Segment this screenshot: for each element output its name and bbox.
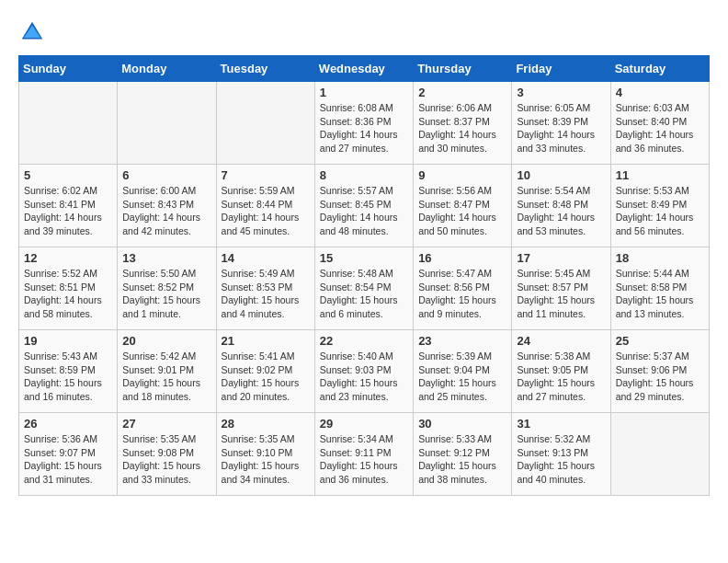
calendar-cell: 4Sunrise: 6:03 AM Sunset: 8:40 PM Daylig…	[610, 82, 709, 165]
calendar-cell	[216, 82, 314, 165]
day-number: 8	[320, 168, 408, 182]
calendar-cell: 24Sunrise: 5:38 AM Sunset: 9:05 PM Dayli…	[512, 330, 610, 413]
day-info: Sunrise: 6:05 AM Sunset: 8:39 PM Dayligh…	[517, 101, 605, 155]
day-number: 19	[24, 334, 112, 348]
calendar-cell: 18Sunrise: 5:44 AM Sunset: 8:58 PM Dayli…	[610, 247, 709, 330]
weekday-header-thursday: Thursday	[414, 56, 512, 82]
calendar-cell: 10Sunrise: 5:54 AM Sunset: 8:48 PM Dayli…	[512, 165, 610, 247]
day-number: 22	[320, 334, 408, 348]
day-info: Sunrise: 5:35 AM Sunset: 9:10 PM Dayligh…	[222, 432, 310, 487]
day-number: 16	[418, 251, 506, 265]
week-row-3: 12Sunrise: 5:52 AM Sunset: 8:51 PM Dayli…	[19, 247, 710, 330]
day-info: Sunrise: 5:59 AM Sunset: 8:44 PM Dayligh…	[222, 184, 310, 238]
calendar-cell: 25Sunrise: 5:37 AM Sunset: 9:06 PM Dayli…	[610, 330, 709, 413]
calendar-cell	[610, 413, 709, 496]
day-number: 5	[24, 168, 112, 182]
day-info: Sunrise: 6:06 AM Sunset: 8:37 PM Dayligh…	[418, 101, 506, 155]
day-info: Sunrise: 5:41 AM Sunset: 9:02 PM Dayligh…	[222, 350, 310, 404]
calendar-cell: 13Sunrise: 5:50 AM Sunset: 8:52 PM Dayli…	[118, 247, 216, 330]
day-info: Sunrise: 5:50 AM Sunset: 8:52 PM Dayligh…	[122, 267, 210, 321]
day-number: 24	[517, 334, 605, 348]
calendar-cell: 11Sunrise: 5:53 AM Sunset: 8:49 PM Dayli…	[610, 165, 709, 247]
day-number: 18	[616, 251, 704, 265]
day-info: Sunrise: 5:44 AM Sunset: 8:58 PM Dayligh…	[616, 267, 704, 321]
weekday-header-sunday: Sunday	[19, 56, 118, 82]
calendar-cell: 31Sunrise: 5:32 AM Sunset: 9:13 PM Dayli…	[512, 413, 610, 496]
calendar-cell: 2Sunrise: 6:06 AM Sunset: 8:37 PM Daylig…	[414, 82, 512, 165]
day-number: 9	[418, 168, 506, 182]
calendar-cell	[19, 82, 118, 165]
calendar-cell: 21Sunrise: 5:41 AM Sunset: 9:02 PM Dayli…	[216, 330, 314, 413]
day-number: 25	[616, 334, 704, 348]
calendar-cell: 5Sunrise: 6:02 AM Sunset: 8:41 PM Daylig…	[19, 165, 118, 247]
day-info: Sunrise: 5:56 AM Sunset: 8:47 PM Dayligh…	[418, 184, 506, 238]
day-info: Sunrise: 5:53 AM Sunset: 8:49 PM Dayligh…	[616, 184, 704, 238]
calendar-cell: 27Sunrise: 5:35 AM Sunset: 9:08 PM Dayli…	[118, 413, 216, 496]
weekday-header-saturday: Saturday	[610, 56, 709, 82]
calendar-cell: 30Sunrise: 5:33 AM Sunset: 9:12 PM Dayli…	[414, 413, 512, 496]
calendar-cell: 20Sunrise: 5:42 AM Sunset: 9:01 PM Dayli…	[118, 330, 216, 413]
day-number: 6	[122, 168, 210, 182]
day-number: 10	[517, 168, 605, 182]
day-info: Sunrise: 5:47 AM Sunset: 8:56 PM Dayligh…	[418, 267, 506, 321]
week-row-2: 5Sunrise: 6:02 AM Sunset: 8:41 PM Daylig…	[19, 165, 710, 247]
day-number: 15	[320, 251, 408, 265]
day-info: Sunrise: 6:02 AM Sunset: 8:41 PM Dayligh…	[24, 184, 112, 238]
day-number: 29	[320, 417, 408, 431]
day-info: Sunrise: 5:57 AM Sunset: 8:45 PM Dayligh…	[320, 184, 408, 238]
day-info: Sunrise: 5:49 AM Sunset: 8:53 PM Dayligh…	[222, 267, 310, 321]
calendar-cell: 22Sunrise: 5:40 AM Sunset: 9:03 PM Dayli…	[314, 330, 413, 413]
day-info: Sunrise: 5:43 AM Sunset: 8:59 PM Dayligh…	[24, 350, 112, 404]
day-number: 28	[222, 417, 310, 431]
day-number: 21	[222, 334, 310, 348]
calendar-cell: 6Sunrise: 6:00 AM Sunset: 8:43 PM Daylig…	[118, 165, 216, 247]
day-number: 26	[24, 417, 112, 431]
day-info: Sunrise: 5:32 AM Sunset: 9:13 PM Dayligh…	[517, 432, 605, 487]
calendar-cell: 7Sunrise: 5:59 AM Sunset: 8:44 PM Daylig…	[216, 165, 314, 247]
calendar-cell: 28Sunrise: 5:35 AM Sunset: 9:10 PM Dayli…	[216, 413, 314, 496]
day-number: 1	[320, 86, 408, 99]
calendar-cell: 1Sunrise: 6:08 AM Sunset: 8:36 PM Daylig…	[314, 82, 413, 165]
calendar-cell: 26Sunrise: 5:36 AM Sunset: 9:07 PM Dayli…	[19, 413, 118, 496]
calendar-header-row: SundayMondayTuesdayWednesdayThursdayFrid…	[19, 56, 710, 82]
day-number: 31	[517, 417, 605, 431]
day-number: 11	[616, 168, 704, 182]
day-info: Sunrise: 5:33 AM Sunset: 9:12 PM Dayligh…	[418, 432, 506, 487]
logo-icon	[18, 18, 46, 46]
day-info: Sunrise: 6:08 AM Sunset: 8:36 PM Dayligh…	[320, 101, 408, 155]
calendar-table: SundayMondayTuesdayWednesdayThursdayFrid…	[18, 55, 710, 496]
week-row-4: 19Sunrise: 5:43 AM Sunset: 8:59 PM Dayli…	[19, 330, 710, 413]
calendar-cell: 3Sunrise: 6:05 AM Sunset: 8:39 PM Daylig…	[512, 82, 610, 165]
day-info: Sunrise: 5:54 AM Sunset: 8:48 PM Dayligh…	[517, 184, 605, 238]
day-number: 17	[517, 251, 605, 265]
week-row-5: 26Sunrise: 5:36 AM Sunset: 9:07 PM Dayli…	[19, 413, 710, 496]
week-row-1: 1Sunrise: 6:08 AM Sunset: 8:36 PM Daylig…	[19, 82, 710, 165]
day-info: Sunrise: 6:00 AM Sunset: 8:43 PM Dayligh…	[122, 184, 210, 238]
calendar-cell	[118, 82, 216, 165]
logo	[18, 18, 50, 46]
calendar-cell: 8Sunrise: 5:57 AM Sunset: 8:45 PM Daylig…	[314, 165, 413, 247]
day-info: Sunrise: 5:36 AM Sunset: 9:07 PM Dayligh…	[24, 432, 112, 487]
weekday-header-wednesday: Wednesday	[314, 56, 413, 82]
calendar-cell: 19Sunrise: 5:43 AM Sunset: 8:59 PM Dayli…	[19, 330, 118, 413]
day-info: Sunrise: 5:42 AM Sunset: 9:01 PM Dayligh…	[122, 350, 210, 404]
page-header	[18, 18, 710, 46]
day-number: 2	[418, 86, 506, 99]
calendar-cell: 12Sunrise: 5:52 AM Sunset: 8:51 PM Dayli…	[19, 247, 118, 330]
weekday-header-friday: Friday	[512, 56, 610, 82]
calendar-cell: 29Sunrise: 5:34 AM Sunset: 9:11 PM Dayli…	[314, 413, 413, 496]
day-number: 3	[517, 86, 605, 99]
weekday-header-tuesday: Tuesday	[216, 56, 314, 82]
day-info: Sunrise: 5:34 AM Sunset: 9:11 PM Dayligh…	[320, 432, 408, 487]
calendar-cell: 23Sunrise: 5:39 AM Sunset: 9:04 PM Dayli…	[414, 330, 512, 413]
day-info: Sunrise: 5:37 AM Sunset: 9:06 PM Dayligh…	[616, 350, 704, 404]
day-number: 30	[418, 417, 506, 431]
calendar-cell: 17Sunrise: 5:45 AM Sunset: 8:57 PM Dayli…	[512, 247, 610, 330]
day-number: 27	[122, 417, 210, 431]
calendar-cell: 16Sunrise: 5:47 AM Sunset: 8:56 PM Dayli…	[414, 247, 512, 330]
calendar-cell: 14Sunrise: 5:49 AM Sunset: 8:53 PM Dayli…	[216, 247, 314, 330]
day-info: Sunrise: 6:03 AM Sunset: 8:40 PM Dayligh…	[616, 101, 704, 155]
day-info: Sunrise: 5:45 AM Sunset: 8:57 PM Dayligh…	[517, 267, 605, 321]
day-info: Sunrise: 5:38 AM Sunset: 9:05 PM Dayligh…	[517, 350, 605, 404]
calendar-cell: 9Sunrise: 5:56 AM Sunset: 8:47 PM Daylig…	[414, 165, 512, 247]
